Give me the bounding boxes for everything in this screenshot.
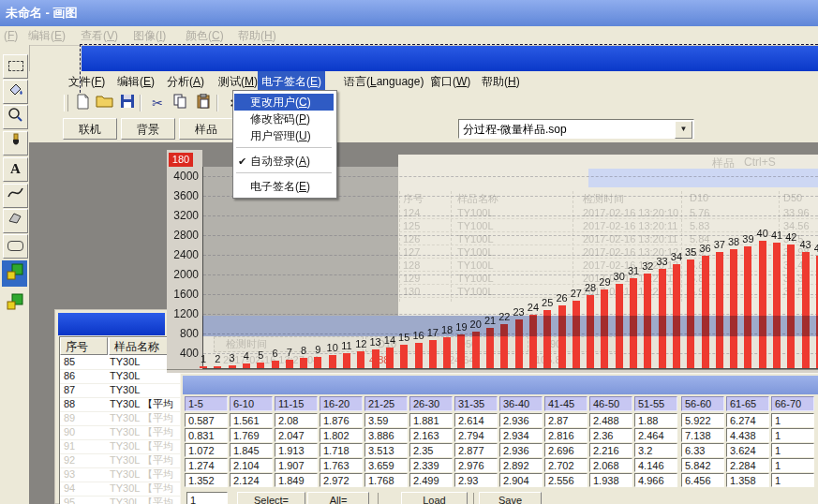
background-button[interactable]: 背景 (121, 118, 175, 140)
data-cell[interactable]: 1.881 (409, 413, 453, 427)
sample-list-titlebar[interactable] (58, 313, 165, 335)
new-icon[interactable] (72, 94, 93, 113)
data-cell[interactable]: 2.216 (589, 443, 632, 457)
polygon-tool-icon[interactable] (3, 209, 28, 233)
data-cell[interactable]: 2.08 (275, 413, 318, 427)
data-cell[interactable]: 2.163 (409, 428, 453, 442)
data-cell[interactable]: 2.934 (499, 428, 543, 442)
data-cell[interactable]: 2.464 (634, 428, 677, 442)
data-cell[interactable]: 2.124 (230, 473, 273, 487)
app-menu-item[interactable]: 编辑(E) (113, 71, 158, 92)
data-cell[interactable]: 2.936 (499, 443, 543, 457)
app-menu-item[interactable]: 分析(A) (163, 71, 208, 92)
data-cell[interactable]: 2.614 (454, 413, 498, 427)
copy-icon[interactable] (170, 94, 190, 113)
data-cell[interactable]: 1.352 (185, 473, 228, 487)
combo-dropdown-arrow[interactable]: ▼ (675, 121, 692, 139)
open-icon[interactable] (95, 94, 115, 113)
data-cell[interactable]: 2.696 (544, 443, 587, 457)
column-header-id[interactable]: 序号 (60, 337, 108, 355)
data-cell[interactable]: 1.274 (185, 458, 228, 472)
data-cell[interactable]: 4.438 (726, 428, 769, 442)
dropdown-menu-item[interactable]: 修改密码(P) (234, 111, 334, 127)
paint-menu-item[interactable]: 图像(I) (133, 26, 166, 45)
app-menu-item[interactable]: 测试(M) (215, 71, 261, 92)
data-cell[interactable]: 1.938 (589, 473, 632, 487)
data-cell[interactable]: 1.88 (634, 413, 677, 427)
data-cell[interactable]: 1 (771, 473, 814, 487)
data-cell[interactable]: 1 (771, 428, 814, 442)
paint-menu-item[interactable]: 颜色(C) (186, 26, 224, 45)
paint-titlebar[interactable]: 未命名 - 画图 (0, 0, 818, 26)
paint-menu-item[interactable]: 查看(V) (81, 26, 118, 45)
data-cell[interactable]: 2.877 (454, 443, 498, 457)
data-cell[interactable]: 0.831 (185, 428, 228, 442)
data-cell[interactable]: 2.904 (499, 473, 543, 487)
data-cell[interactable]: 2.339 (409, 458, 453, 472)
sample-button[interactable]: 样品 (179, 118, 233, 140)
range-column-header[interactable]: 46-50 (589, 396, 632, 411)
fill-tool-icon[interactable] (3, 80, 28, 104)
save-button[interactable]: Save (479, 492, 542, 504)
range-column-header[interactable]: 51-55 (634, 396, 677, 411)
app-menu-item[interactable]: 文件(F) (65, 71, 109, 92)
data-cell[interactable]: 7.138 (681, 428, 724, 442)
data-cell[interactable]: 0.587 (185, 413, 228, 427)
range-column-header[interactable]: 26-30 (409, 396, 453, 411)
data-cell[interactable]: 6.274 (726, 413, 769, 427)
data-cell[interactable]: 1.358 (726, 473, 769, 487)
data-cell[interactable]: 2.816 (544, 428, 587, 442)
data-cell[interactable]: 3.2 (634, 443, 677, 457)
online-button[interactable]: 联机 (63, 118, 117, 140)
range-column-header[interactable]: 21-25 (364, 396, 408, 411)
data-cell[interactable]: 2.556 (544, 473, 587, 487)
data-cell[interactable]: 2.87 (544, 413, 587, 427)
app-menu-item[interactable]: 电子签名(E) (258, 71, 325, 92)
range-column-header[interactable]: 1-5 (185, 396, 228, 411)
data-cell[interactable]: 2.499 (409, 473, 453, 487)
range-column-header[interactable]: 16-20 (320, 396, 363, 411)
range-column-header[interactable]: 11-15 (275, 396, 318, 411)
data-cell[interactable]: 2.047 (275, 428, 318, 442)
data-cell[interactable]: 1.072 (185, 443, 228, 457)
paint-menu-item[interactable]: 帮助(H) (238, 26, 276, 45)
data-cell[interactable]: 1.561 (230, 413, 273, 427)
data-cell[interactable]: 2.794 (454, 428, 498, 442)
data-cell[interactable]: 2.892 (499, 458, 543, 472)
data-cell[interactable]: 1 (771, 458, 814, 472)
paint-menu-item[interactable]: (F) (4, 26, 18, 45)
data-cell[interactable]: 2.068 (589, 458, 632, 472)
dropdown-menu-item[interactable]: 用户管理(U) (234, 127, 334, 144)
paste-icon[interactable] (193, 94, 214, 113)
data-cell[interactable]: 2.35 (409, 443, 453, 457)
data-cell[interactable]: 5.842 (681, 458, 724, 472)
range-column-header[interactable]: 66-70 (771, 396, 814, 411)
data-cell[interactable]: 4.146 (634, 458, 677, 472)
select-tool-icon[interactable] (3, 54, 28, 79)
paint-menu-item[interactable]: 编辑(E) (28, 26, 66, 45)
app-menu-item[interactable]: 语言(Language) (340, 71, 427, 92)
data-cell[interactable]: 2.104 (230, 458, 273, 472)
data-cell[interactable]: 1.768 (364, 473, 408, 487)
data-cell[interactable]: 1.845 (230, 443, 273, 457)
data-cell[interactable]: 5.922 (681, 413, 724, 427)
data-cell[interactable]: 6.33 (681, 443, 724, 457)
range-column-header[interactable]: 6-10 (230, 396, 273, 411)
text-tool-icon[interactable]: A (3, 157, 28, 182)
data-cell[interactable]: 1.769 (230, 428, 273, 442)
data-cell[interactable]: 1.763 (320, 458, 363, 472)
range-column-header[interactable]: 36-40 (499, 396, 543, 411)
data-cell[interactable]: 1 (771, 443, 814, 457)
data-cell[interactable]: 1.802 (320, 428, 363, 442)
range-column-header[interactable]: 31-35 (454, 396, 498, 411)
data-cell[interactable]: 2.702 (544, 458, 587, 472)
brush-tool-icon[interactable] (3, 131, 28, 156)
load-button[interactable]: Load (401, 492, 468, 504)
save-icon[interactable] (117, 94, 138, 113)
rounded-rect-tool-icon[interactable] (3, 234, 28, 259)
count-input[interactable]: 1 (186, 492, 228, 504)
selection-marquee-top[interactable] (80, 44, 818, 45)
data-cell[interactable]: 1.718 (320, 443, 363, 457)
opaque-selection-icon[interactable] (2, 260, 27, 287)
data-cell[interactable]: 2.284 (726, 458, 769, 472)
